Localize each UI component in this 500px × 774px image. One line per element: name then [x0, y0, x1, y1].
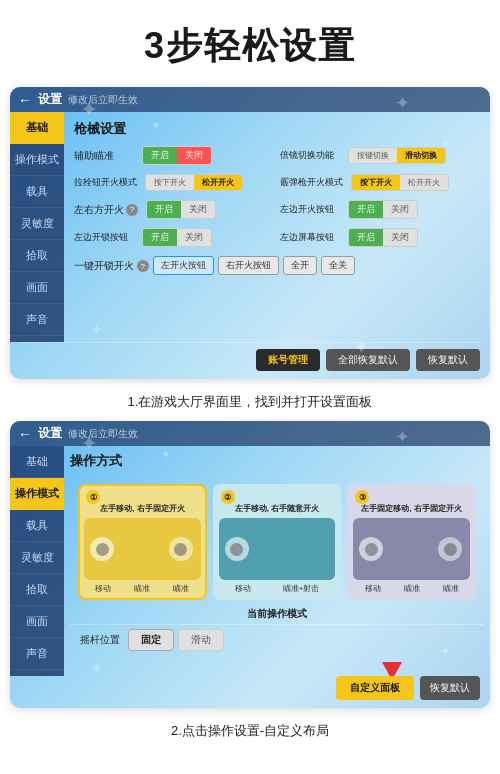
mode-card-2[interactable]: ② 左手移动, 右手随意开火 移动 瞄准+射击: [213, 484, 342, 600]
panel2-body: 基础 操作模式 载具 灵敏度 拾取 画面 声音 操作方式 ① 左手移动, 右手固…: [10, 446, 490, 676]
row-left-fire-btn: 左边开火按钮 开启 关闭: [280, 200, 480, 219]
toggle-scope-switch[interactable]: 按键切换 滑动切换: [348, 147, 446, 164]
sidebar2-item-basic[interactable]: 基础: [10, 446, 64, 478]
label-move-2: 移动: [235, 583, 251, 594]
sidebar-item-operation[interactable]: 操作模式: [10, 144, 64, 176]
joystick-inner-3: [365, 543, 378, 556]
info-icon-lr-fire[interactable]: ?: [126, 204, 138, 216]
panel2-sidebar: 基础 操作模式 载具 灵敏度 拾取 画面 声音: [10, 446, 64, 676]
toggle-key-switch[interactable]: 按键切换: [349, 148, 397, 163]
mode-card-3[interactable]: ③ 左手固定移动, 右手固定开火: [347, 484, 476, 600]
label-lr-fire: 左右方开火 ?: [74, 203, 138, 217]
restore-all-button[interactable]: 全部恢复默认: [326, 349, 410, 371]
toggle-off-lfb[interactable]: 关闭: [383, 201, 417, 218]
back-button-1[interactable]: ←: [18, 92, 32, 108]
settings-grid-row2: 拉栓钮开火模式 按下开火 松开开火 霰弹枪开火模式 按下开火 松开开火: [74, 174, 480, 196]
key-left-fire[interactable]: 左开火按钮: [153, 256, 214, 275]
toggle-on-lfb[interactable]: 开启: [349, 201, 383, 218]
key-all-close[interactable]: 全关: [321, 256, 355, 275]
label-aim-3: 瞄准: [404, 583, 420, 594]
toggle-slide-switch[interactable]: 滑动切换: [397, 148, 445, 163]
joystick-options: 固定 滑动: [128, 629, 224, 651]
mode-visual-3: [353, 518, 470, 580]
key-all-open[interactable]: 全开: [283, 256, 317, 275]
toggle-on-lub[interactable]: 开启: [143, 229, 177, 246]
panel-1: ✦ ✦ ✦ ✦ ✦ ✦ ← 设置 修改后立即生效 基础 操作模式 载具 灵敏度 …: [10, 87, 490, 379]
toggle-bolt-fire[interactable]: 按下开火 松开开火: [145, 174, 243, 191]
toggle-off-lr[interactable]: 关闭: [181, 201, 215, 218]
sidebar2-item-vehicle[interactable]: 载具: [10, 510, 64, 542]
label-move-3: 移动: [365, 583, 381, 594]
row-bolt-fire: 拉栓钮开火模式 按下开火 松开开火: [74, 174, 274, 191]
sidebar-item-vehicle[interactable]: 载具: [10, 176, 64, 208]
back-button-2[interactable]: ←: [18, 426, 32, 442]
toggle-off-lsb[interactable]: 关闭: [383, 229, 417, 246]
sidebar-item-sound[interactable]: 声音: [10, 304, 64, 336]
sidebar2-item-operation[interactable]: 操作模式: [10, 478, 64, 510]
row-shotgun-fire: 霰弹枪开火模式 按下开火 松开开火: [280, 174, 480, 191]
row-left-unlock-btn: 左边开锁按钮 开启 关闭: [74, 228, 274, 247]
panel1-body: 基础 操作模式 载具 灵敏度 拾取 画面 声音 枪械设置 辅助瞄准 开启 关闭: [10, 112, 490, 342]
joystick-left-3: [359, 537, 383, 561]
label-move-1: 移动: [95, 583, 111, 594]
fire-btn-1: [169, 537, 193, 561]
account-manage-button[interactable]: 账号管理: [256, 349, 320, 371]
sidebar2-item-pickup[interactable]: 拾取: [10, 574, 64, 606]
mode-cards-container: ① 左手移动, 右手固定开火: [70, 478, 484, 604]
joystick-position-row: 摇杆位置 固定 滑动: [70, 624, 484, 657]
mode-title-3: 左手固定移动, 右手固定开火: [353, 490, 470, 514]
toggle-on-assist[interactable]: 开启: [143, 147, 177, 164]
joystick-fixed[interactable]: 固定: [128, 629, 174, 651]
settings-grid-row4: 左边开锁按钮 开启 关闭 左边屏幕按钮 开启 关闭: [74, 228, 480, 252]
mode-visual-2: [219, 518, 336, 580]
label-aim-1: 瞄准: [134, 583, 150, 594]
row-scope-switch: 倍镜切换功能 按键切换 滑动切换: [280, 146, 480, 165]
page-title: 3步轻松设置: [0, 0, 500, 87]
toggle-left-screen-btn[interactable]: 开启 关闭: [348, 228, 418, 247]
mode-number-2: ②: [221, 490, 235, 504]
toggle-left-unlock-btn[interactable]: 开启 关闭: [142, 228, 212, 247]
toggle-assist-aim[interactable]: 开启 关闭: [142, 146, 212, 165]
joystick-left-1: [90, 537, 114, 561]
panel1-sidebar: 基础 操作模式 载具 灵敏度 拾取 画面 声音: [10, 112, 64, 342]
sidebar-item-display[interactable]: 画面: [10, 272, 64, 304]
sidebar2-item-sensitivity[interactable]: 灵敏度: [10, 542, 64, 574]
joystick-slide[interactable]: 滑动: [178, 629, 224, 651]
custom-layout-button[interactable]: 自定义面板: [336, 676, 414, 700]
key-right-fire[interactable]: 右开火按钮: [218, 256, 279, 275]
sidebar-item-basic[interactable]: 基础: [10, 112, 64, 144]
toggle-release-shotgun[interactable]: 松开开火: [400, 175, 448, 190]
joystick-label: 摇杆位置: [80, 633, 120, 647]
sidebar-item-pickup[interactable]: 拾取: [10, 240, 64, 272]
restore-button[interactable]: 恢复默认: [416, 349, 480, 371]
toggle-off-assist[interactable]: 关闭: [177, 147, 211, 164]
sidebar2-item-sound[interactable]: 声音: [10, 638, 64, 670]
info-icon-one-key[interactable]: ?: [137, 260, 149, 272]
panel1-topbar: ← 设置 修改后立即生效: [10, 87, 490, 112]
toggle-press-shotgun[interactable]: 按下开火: [352, 175, 400, 190]
label-left-screen-btn: 左边屏幕按钮: [280, 231, 340, 244]
toggle-left-fire-btn[interactable]: 开启 关闭: [348, 200, 418, 219]
caption-1: 1.在游戏大厅界面里，找到并打开设置面板: [0, 385, 500, 421]
toggle-on-lsb[interactable]: 开启: [349, 229, 383, 246]
fire-inner-1: [174, 543, 187, 556]
panel1-footer: 账号管理 全部恢复默认 恢复默认: [10, 343, 490, 379]
toggle-lr-fire[interactable]: 开启 关闭: [146, 200, 216, 219]
toggle-press-bolt[interactable]: 按下开火: [146, 175, 194, 190]
joystick-inner-1: [96, 543, 109, 556]
restore-default-button-2[interactable]: 恢复默认: [420, 676, 480, 700]
toggle-on-lr[interactable]: 开启: [147, 201, 181, 218]
label-fire-3: 瞄准: [443, 583, 459, 594]
mode-visual-1: [84, 518, 201, 580]
sidebar-item-sensitivity[interactable]: 灵敏度: [10, 208, 64, 240]
label-assist-aim: 辅助瞄准: [74, 149, 134, 163]
panel2-main: 操作方式 ① 左手移动, 右手固定开火: [64, 446, 490, 676]
toggle-off-lub[interactable]: 关闭: [177, 229, 211, 246]
mode-card-1[interactable]: ① 左手移动, 右手固定开火: [78, 484, 207, 600]
toggle-shotgun-fire[interactable]: 按下开火 松开开火: [351, 174, 449, 191]
sidebar2-item-display[interactable]: 画面: [10, 606, 64, 638]
toggle-release-bolt[interactable]: 松开开火: [194, 175, 242, 190]
panel2-title: 设置: [38, 425, 62, 442]
fire-btn-3: [438, 537, 462, 561]
label-scope-switch: 倍镜切换功能: [280, 149, 340, 162]
